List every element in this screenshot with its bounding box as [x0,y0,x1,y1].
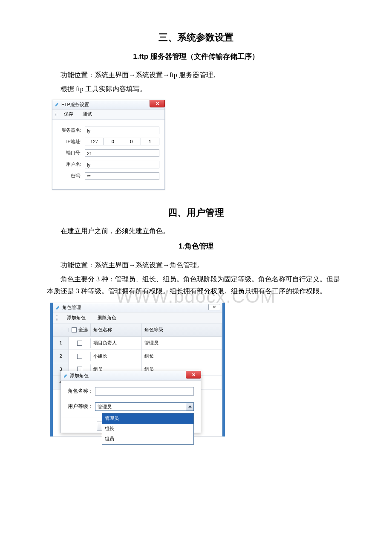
row-level: 组长 [142,350,222,363]
role-management-figure: 角色管理 ✕ 添加角色 删除角色 全选 角色名称 角色等级 1 项目负责 [50,303,225,436]
dropdown-option[interactable]: 组员 [102,434,193,444]
close-button[interactable]: ✕ [208,304,220,310]
username-input[interactable]: ly [85,161,159,168]
server-label: 服务器名: [58,126,81,135]
row-name: 小组长 [91,350,142,363]
ftp-form: 服务器名: ly IP地址: 127 0 0 1 端口号: 21 用户名: ly [52,120,164,189]
ip-seg-1[interactable]: 127 [85,138,104,145]
col-role-name: 角色名称 [91,324,142,336]
ftp-settings-dialog: FTP服务设置 ✕ 保存 测试 服务器名: ly IP地址: 127 0 0 1 [52,100,165,190]
select-all-checkbox[interactable] [72,327,77,332]
user-level-dropdown[interactable]: 管理员 组长 组员 [102,413,194,444]
ip-seg-2[interactable]: 0 [104,138,122,145]
section-4-1-title: 1.角色管理 [47,240,345,253]
port-input[interactable]: 21 [85,149,159,157]
ftp-window-title: FTP服务设置 [61,100,89,109]
test-button[interactable]: 测试 [79,109,96,120]
ip-seg-3[interactable]: 0 [122,138,141,145]
row-index: 1 [53,337,69,350]
save-button[interactable]: 保存 [60,109,77,120]
pencil-icon [63,374,68,378]
combo-selected-value: 管理员 [95,403,186,410]
role-titlebar: 角色管理 ✕ [53,303,222,312]
server-name-input[interactable]: ly [85,127,159,134]
row-name: 项目负责人 [91,337,142,350]
s4-1-p1: 功能位置：系统主界面→系统设置→角色管理。 [47,259,345,272]
row-checkbox[interactable] [77,341,82,346]
username-label: 用户名: [58,160,81,169]
s3-p2: 根据 ftp 工具实际内容填写。 [47,83,345,95]
role-name-label: 角色名称： [68,387,95,396]
ftp-titlebar: FTP服务设置 ✕ [52,100,164,110]
s4-1-p2: 角色主要分 3 种：管理员、组长、组员。角色现阶段为固定等级。角色名称可自行定义… [47,273,345,298]
chevron-up-icon[interactable] [186,403,193,410]
pencil-icon [55,102,59,107]
ip-seg-4[interactable]: 1 [141,138,160,145]
user-level-label: 用户等级： [68,402,95,411]
col-select-all[interactable]: 全选 [69,324,91,336]
select-all-label: 全选 [78,326,88,334]
section-3-title: 三、系统参数设置 [47,29,345,46]
section-4-title: 四、用户管理 [47,204,345,221]
password-input[interactable]: ** [85,172,159,180]
password-label: 密码: [58,172,81,180]
s4-p1: 在建立用户之前，必须先建立角色。 [47,225,345,237]
user-level-combobox[interactable]: 管理员 [95,402,194,411]
col-index [53,328,69,332]
table-row[interactable]: 1 项目负责人 管理员 [53,337,222,350]
dropdown-option[interactable]: 管理员 [102,413,193,424]
row-level: 管理员 [142,337,222,350]
ip-address-input[interactable]: 127 0 0 1 [85,138,159,145]
s3-p1: 功能位置：系统主界面→系统设置→ftp 服务器管理。 [47,69,345,81]
add-role-button[interactable]: 添加角色 [61,313,92,323]
toolbar-grip-icon [56,315,58,321]
ftp-toolbar: 保存 测试 [52,110,164,120]
dropdown-option[interactable]: 组长 [102,424,193,434]
close-button[interactable]: ✕ [186,371,201,379]
table-row[interactable]: 2 小组长 组长 [53,350,222,363]
section-3-1-title: 1.ftp 服务器管理（文件传输存储工序） [47,50,345,64]
row-checkbox[interactable] [77,354,82,359]
add-role-window-title: 添加角色 [70,372,89,380]
delete-role-button[interactable]: 删除角色 [92,313,122,323]
role-table-header: 全选 角色名称 角色等级 [53,324,222,337]
role-name-input[interactable] [95,387,194,396]
port-label: 端口号: [58,149,81,157]
pencil-icon [56,306,60,310]
col-role-level: 角色等级 [142,324,222,336]
toolbar-grip-icon [55,111,58,117]
ip-label: IP地址: [58,138,81,146]
role-toolbar: 添加角色 删除角色 [53,312,222,324]
role-window-title: 角色管理 [62,304,81,312]
add-role-dialog: 添加角色 ✕ 角色名称： 用户等级： 管理员 管理员 组长 [61,371,201,433]
row-index: 2 [53,350,69,363]
add-role-titlebar: 添加角色 ✕ [61,371,201,381]
close-button[interactable]: ✕ [150,100,165,107]
